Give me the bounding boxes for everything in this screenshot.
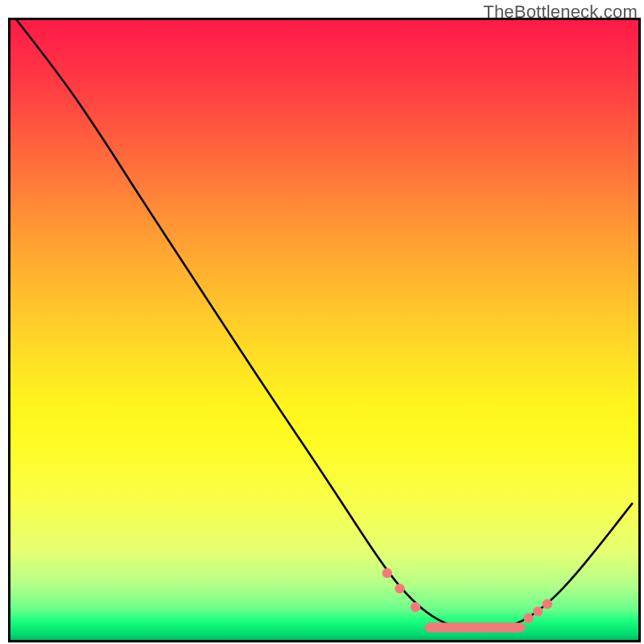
curve-layer — [10, 20, 638, 640]
chart-frame: TheBottleneck.com — [0, 0, 644, 644]
marker-dot — [394, 584, 404, 593]
marker-dot — [411, 602, 420, 612]
curve-markers — [382, 568, 552, 633]
bottleneck-curve — [17, 20, 632, 631]
marker-band — [425, 623, 526, 633]
plot-area — [8, 18, 641, 642]
marker-dot — [382, 568, 392, 578]
marker-dot — [533, 606, 543, 616]
marker-dot — [543, 599, 552, 609]
marker-dot — [523, 613, 533, 623]
